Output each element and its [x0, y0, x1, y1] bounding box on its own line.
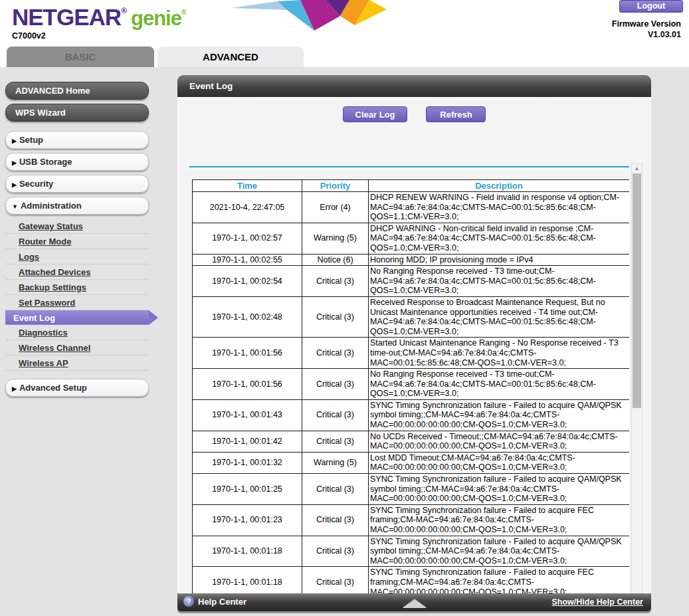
event-time: 1970-1-1, 00:01:43: [193, 399, 302, 431]
administration-links: Gateway StatusRouter ModeLogsAttached De…: [5, 219, 149, 371]
sidebar-link-label: Set Password: [19, 298, 75, 308]
column-header-description: Description: [369, 180, 630, 192]
table-row: 1970-1-1, 00:02:48 Critical (3) Received…: [193, 296, 630, 337]
sidebar-link[interactable]: Backup Settings: [5, 280, 149, 295]
sidebar-section-label: USB Storage: [19, 157, 72, 167]
sidebar-link[interactable]: Attached Devices: [5, 264, 149, 280]
expand-help-arrow-icon[interactable]: [403, 599, 427, 608]
event-time: 1970-1-1, 00:02:55: [193, 254, 302, 266]
brand-genie: genie: [131, 7, 181, 30]
event-priority: Critical (3): [302, 431, 369, 452]
event-priority: Warning (5): [302, 452, 369, 473]
sidebar-link[interactable]: Wireless AP: [5, 356, 149, 371]
sidebar-link[interactable]: Router Mode: [5, 234, 149, 249]
sidebar-sections: ▶Setup▶USB Storage▶Security: [5, 131, 149, 193]
sidebar-item-wps-wizard[interactable]: WPS Wizard: [5, 104, 149, 122]
event-priority: Critical (3): [302, 369, 369, 400]
table-header-row: Time Priority Description: [193, 180, 630, 192]
netgear-genie-polygon-logo: [219, 0, 392, 33]
refresh-button[interactable]: Refresh: [426, 106, 486, 122]
help-center[interactable]: ? Help Center: [183, 596, 246, 607]
tab-advanced[interactable]: ADVANCED: [157, 47, 304, 67]
table-row: 1970-1-1, 00:01:42 Critical (3) No UCDs …: [193, 431, 630, 452]
sidebar-link[interactable]: Gateway Status: [5, 219, 149, 234]
sidebar-link[interactable]: Set Password: [5, 295, 149, 310]
event-priority: Critical (3): [302, 536, 369, 567]
sidebar-item-advanced-home[interactable]: ADVANCED Home: [5, 82, 149, 100]
sidebar-link[interactable]: Event Log: [5, 310, 149, 325]
table-row: 2021-10-4, 22:47:05 Error (4) DHCP RENEW…: [193, 192, 630, 223]
logout-button[interactable]: Logout: [619, 0, 683, 13]
brand-netgear: NETGEAR: [12, 4, 121, 30]
event-priority: Critical (3): [302, 504, 369, 536]
chevron-right-icon: ▶: [12, 385, 17, 392]
firmware-version-value: V1.03.01: [612, 29, 681, 40]
sidebar-link-label: Logs: [19, 252, 39, 262]
event-description: No UCDs Received - Timeout;;CM-MAC=94:a6…: [369, 431, 630, 452]
event-description: DHCP RENEW WARNING - Field invalid in re…: [369, 192, 630, 223]
table-row: 1970-1-1, 00:02:57 Warning (5) DHCP WARN…: [193, 223, 630, 254]
help-question-icon[interactable]: ?: [183, 596, 194, 607]
event-priority: Critical (3): [302, 266, 369, 297]
router-model: C7000v2: [12, 31, 46, 41]
event-description: Started Unicast Maintenance Ranging - No…: [369, 338, 630, 369]
event-time: 2021-10-4, 22:47:05: [193, 192, 302, 223]
event-time: 1970-1-1, 00:01:18: [193, 536, 302, 567]
column-header-priority: Priority: [302, 180, 369, 192]
sidebar-link-label: Gateway Status: [19, 221, 83, 231]
event-time: 1970-1-1, 00:01:42: [193, 431, 302, 452]
show-hide-help-center-link[interactable]: Show/Hide Help Center: [551, 597, 643, 607]
sidebar-section-label: Security: [19, 179, 53, 189]
table-row: 1970-1-1, 00:01:18 Critical (3) SYNC Tim…: [193, 536, 630, 567]
vertical-scrollbar[interactable]: ▲ ▼: [631, 163, 642, 605]
event-priority: Critical (3): [302, 399, 369, 431]
firmware-version: Firmware Version V1.03.01: [612, 19, 681, 40]
event-time: 1970-1-1, 00:02:48: [193, 296, 302, 337]
scrollbar-thumb[interactable]: [633, 173, 641, 408]
event-description: Honoring MDD; IP provisioning mode = IPv…: [369, 254, 630, 266]
sidebar-link[interactable]: Wireless Channel: [5, 340, 149, 356]
event-time: 1970-1-1, 00:02:57: [193, 223, 302, 254]
sidebar-section-advanced-setup[interactable]: ▶Advanced Setup: [5, 379, 149, 397]
event-description: Received Response to Broadcast Maintenan…: [369, 296, 630, 337]
event-description: SYNC Timing Synchronization failure - Fa…: [369, 504, 630, 536]
tab-basic[interactable]: BASIC: [7, 47, 154, 67]
event-time: 1970-1-1, 00:01:32: [193, 452, 302, 473]
table-row: 1970-1-1, 00:01:56 Critical (3) Started …: [193, 338, 630, 369]
sidebar-link[interactable]: Diagnostics: [5, 325, 149, 340]
sidebar-section-administration[interactable]: ▼Administration: [5, 197, 149, 215]
clear-log-button[interactable]: Clear Log: [343, 106, 408, 122]
event-time: 1970-1-1, 00:02:54: [193, 266, 302, 297]
sidebar-section-label: Setup: [19, 135, 43, 145]
table-row: 1970-1-1, 00:01:25 Critical (3) SYNC Tim…: [193, 474, 630, 505]
event-time: 1970-1-1, 00:01:56: [193, 369, 302, 400]
event-description: SYNC Timing Synchronization failure - Fa…: [369, 536, 630, 567]
event-time: 1970-1-1, 00:01:23: [193, 504, 302, 536]
sidebar-link-label: Wireless AP: [19, 358, 68, 368]
event-description: SYNC Timing Synchronization failure - Fa…: [369, 399, 630, 431]
chevron-down-icon: ▼: [12, 203, 18, 210]
sidebar-section-label: Administration: [21, 201, 82, 211]
sidebar-section-button[interactable]: ▶USB Storage: [5, 153, 149, 171]
table-row: 1970-1-1, 00:01:56 Critical (3) No Rangi…: [193, 369, 630, 400]
event-priority: Error (4): [302, 192, 369, 223]
event-log-table-container: Time Priority Description 2021-10-4, 22:…: [192, 179, 629, 604]
panel-title: Event Log: [177, 75, 651, 97]
sidebar-link-label: Backup Settings: [19, 282, 86, 292]
registered-mark-icon: ®: [121, 6, 127, 15]
sidebar-link[interactable]: Logs: [5, 249, 149, 264]
sidebar-section-button[interactable]: ▶Setup: [5, 131, 149, 149]
table-row: 1970-1-1, 00:01:43 Critical (3) SYNC Tim…: [193, 399, 630, 431]
event-description: No Ranging Response received - T3 time-o…: [369, 266, 630, 297]
event-description: SYNC Timing Synchronization failure - Fa…: [369, 474, 630, 505]
sidebar-link-label: Event Log: [13, 313, 55, 323]
event-priority: Critical (3): [302, 474, 369, 505]
chevron-right-icon: ▶: [12, 159, 17, 166]
divider-rule: [189, 166, 629, 167]
scroll-up-icon[interactable]: ▲: [632, 164, 642, 173]
event-log-panel: Event Log Clear Log Refresh Time Priorit…: [177, 75, 651, 611]
event-priority: Notice (6): [302, 254, 369, 266]
event-priority: Critical (3): [302, 296, 369, 337]
sidebar-section-button[interactable]: ▶Security: [5, 175, 149, 193]
column-header-time: Time: [193, 180, 302, 192]
